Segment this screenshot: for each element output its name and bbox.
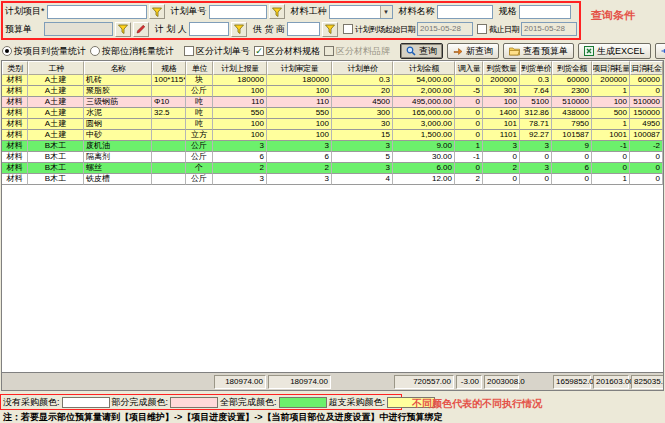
arrival-end-label: 截止日期 [489, 24, 519, 35]
new-search-button[interactable]: 新查询 [447, 43, 499, 59]
radio-by-project-arrival[interactable]: 按项目到货量统计 [2, 45, 86, 58]
excel-icon [584, 46, 594, 56]
arrival-start-label: 计划到场起始日期 [355, 24, 415, 35]
plan-project-lookup-button[interactable] [149, 4, 165, 19]
arrival-end-checkbox[interactable] [477, 24, 487, 34]
table-cell: 150000 [630, 108, 663, 119]
table-cell [152, 141, 186, 152]
table-cell: 材料 [2, 174, 28, 185]
column-header[interactable]: 计划审定量 [267, 61, 332, 75]
table-cell: 3,000.00 [393, 119, 455, 130]
radio-icon[interactable] [90, 46, 100, 56]
column-header[interactable]: 规格 [152, 61, 186, 75]
budget-sheet-lookup-button[interactable] [115, 22, 131, 37]
table-cell: A土建 [28, 108, 84, 119]
export-excel-button[interactable]: 生成EXCEL [578, 43, 651, 59]
radio-icon[interactable] [2, 46, 12, 56]
table-row[interactable]: 材料A土建中砂立方100100151,500.000110192.2710158… [2, 130, 663, 141]
table-cell: 200000 [483, 75, 520, 86]
table-cell: 0.3 [520, 75, 552, 86]
table-cell: 9 [552, 141, 592, 152]
table-cell [152, 163, 186, 174]
spec-input[interactable] [519, 5, 571, 19]
plan-project-input[interactable] [47, 5, 147, 19]
table-cell: 101587 [552, 130, 592, 141]
table-cell: 300 [332, 108, 393, 119]
checkbox-distinguish-plan-no[interactable]: 区分计划单号 [184, 45, 250, 58]
close-button[interactable]: 关闭 [655, 43, 665, 59]
table-cell: 材料 [2, 152, 28, 163]
table-cell: 100 [267, 130, 332, 141]
table-cell: 20 [332, 86, 393, 97]
table-cell [152, 130, 186, 141]
material-name-input[interactable] [437, 5, 493, 19]
table-cell: 中砂 [84, 130, 152, 141]
table-cell [152, 119, 186, 130]
pen-icon [136, 24, 146, 34]
budget-sheet-input[interactable] [44, 22, 113, 36]
radio-by-part-consumption[interactable]: 按部位消耗量统计 [90, 45, 174, 58]
table-cell: 4950 [630, 119, 663, 130]
table-cell: 100 [213, 119, 267, 130]
table-cell: 5 [332, 152, 393, 163]
checkbox-distinguish-spec[interactable]: ✓ 区分材料规格 [254, 45, 320, 58]
table-cell: 510000 [630, 97, 663, 108]
table-cell: 0 [552, 152, 592, 163]
spec-label: 规格 [499, 5, 517, 18]
table-cell: A土建 [28, 75, 84, 86]
column-header[interactable]: 到货数量 [483, 61, 520, 75]
chevron-down-icon[interactable]: ▼ [380, 6, 392, 18]
table-row[interactable]: 材料A土建圆钢吨100100303,000.00010178.717950149… [2, 119, 663, 130]
checkbox-icon[interactable]: ✓ [254, 46, 264, 56]
table-row[interactable]: 材料A土建聚脂胶公斤100100202,000.00-53017.6423001… [2, 86, 663, 97]
column-header[interactable]: 到货金额 [552, 61, 592, 75]
column-header[interactable]: 项目消耗金额 [630, 61, 663, 75]
table-cell: 1400 [483, 108, 520, 119]
column-header[interactable]: 项目消耗量 [592, 61, 630, 75]
column-header[interactable]: 类别 [2, 61, 28, 75]
supplier-lookup-button[interactable] [322, 22, 338, 37]
table-row[interactable]: 材料B木工铁皮槽公斤33412.00200010 [2, 174, 663, 185]
arrival-start-checkbox[interactable] [343, 24, 353, 34]
arrival-end-date[interactable]: 2015-05-28 [521, 22, 577, 36]
column-header[interactable]: 调入量 [455, 61, 483, 75]
budget-edit-button[interactable] [133, 22, 149, 37]
column-header[interactable]: 计划金额 [393, 61, 455, 75]
planner-input[interactable] [189, 22, 229, 36]
checkbox-icon[interactable] [184, 46, 194, 56]
table-cell: B木工 [28, 141, 84, 152]
column-header[interactable]: 到货单价 [520, 61, 552, 75]
supplier-input[interactable] [287, 22, 320, 36]
column-header[interactable]: 单位 [186, 61, 213, 75]
table-cell: 0 [455, 108, 483, 119]
table-row[interactable]: 材料B木工废机油公斤3339.001339-1-2 [2, 141, 663, 152]
table-cell: 0 [483, 152, 520, 163]
table-cell: 材料 [2, 163, 28, 174]
table-row[interactable]: 材料B木工螺丝个2236.00023600 [2, 163, 663, 174]
planner-lookup-button[interactable] [231, 22, 247, 37]
table-row[interactable]: 材料A土建机砖100*115*53块1800001800000.354,000.… [2, 75, 663, 86]
plan-no-input[interactable] [209, 5, 267, 19]
column-header[interactable]: 计划上报量 [213, 61, 267, 75]
table-cell: Φ10 [152, 97, 186, 108]
search-button[interactable]: 查询 [400, 43, 443, 59]
column-header[interactable]: 工种 [28, 61, 84, 75]
summary-cell [152, 373, 186, 391]
table-cell: A土建 [28, 130, 84, 141]
table-cell: 吨 [186, 97, 213, 108]
summary-cell: 1659852.0 [552, 373, 592, 391]
column-header[interactable]: 计划单价 [332, 61, 393, 75]
legend-label: 部分完成颜色: [112, 396, 169, 409]
plan-no-lookup-button[interactable] [269, 4, 285, 19]
arrival-start-date[interactable]: 2015-05-28 [417, 22, 473, 36]
table-cell: 110 [213, 97, 267, 108]
table-row[interactable]: 材料A土建三级钢筋Φ10吨1101104500495,000.000100510… [2, 97, 663, 108]
view-budget-button[interactable]: 查看预算单 [503, 43, 574, 59]
column-header[interactable]: 名称 [84, 61, 152, 75]
table-row[interactable]: 材料B木工隔离剂公斤66530.00-100000 [2, 152, 663, 163]
grid-header: 类别工种名称规格单位计划上报量计划审定量计划单价计划金额调入量到货数量到货单价到… [2, 61, 663, 75]
summary-cell [28, 373, 84, 391]
table-cell: 1 [592, 174, 630, 185]
table-row[interactable]: 材料A土建水泥32.5吨550550300165,000.0001400312.… [2, 108, 663, 119]
material-trade-select[interactable]: ▼ [329, 5, 393, 19]
